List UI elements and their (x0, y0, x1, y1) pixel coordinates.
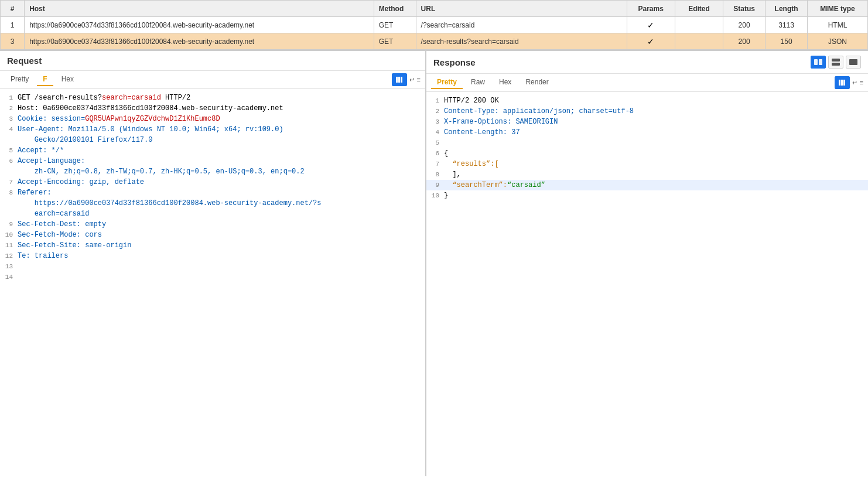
line-content: Host: 0a6900ce0374d33f81366cd100f20084.w… (18, 103, 425, 114)
request-line: 8Referer: https://0a6900ce0374d33f81366c… (0, 187, 425, 219)
request-line: 13 (0, 261, 425, 272)
tab-response-pretty[interactable]: Pretty (431, 76, 463, 89)
request-line: 3Cookie: session=GQR5UAPwn1qyZGZVdchwD1Z… (0, 114, 425, 124)
line-content: Accept: */* (18, 145, 425, 156)
svg-rect-9 (841, 80, 843, 86)
table-cell-5 (675, 17, 723, 33)
request-toolbar: ↵ ≡ (392, 73, 421, 86)
send-icon-resp (838, 78, 846, 87)
request-line: 10Sec-Fetch-Mode: cors (0, 230, 425, 240)
line-number: 4 (426, 127, 444, 138)
line-number: 4 (0, 124, 18, 145)
response-send-button[interactable] (835, 76, 850, 89)
svg-rect-3 (814, 59, 818, 65)
line-number: 9 (426, 180, 444, 190)
response-tabs-bar: Pretty Raw Hex Render ↵ ≡ (426, 74, 868, 92)
col-header-method: Method (374, 1, 416, 17)
request-tabs-bar: Pretty F Hex ↵ ≡ (0, 71, 425, 89)
response-panel: Response (426, 51, 868, 476)
col-header-num: # (1, 1, 25, 17)
line-content: Sec-Fetch-Site: same-origin (18, 240, 425, 251)
svg-rect-10 (843, 80, 845, 86)
horizontal-view-icon (832, 59, 840, 66)
table-cell-4: ✓ (627, 17, 675, 33)
tab-request-pretty[interactable]: Pretty (5, 73, 35, 86)
request-line: 5Accept: */* (0, 145, 425, 156)
line-number: 1 (0, 93, 18, 103)
table-cell-8: HTML (808, 17, 868, 33)
svg-rect-6 (832, 63, 840, 66)
request-line: 2Host: 0a6900ce0374d33f81366cd100f20084.… (0, 103, 425, 114)
request-line: 7Accept-Encoding: gzip, deflate (0, 177, 425, 187)
col-header-host: Host (25, 1, 374, 17)
request-send-button[interactable] (392, 73, 407, 86)
table-cell-1: https://0a6900ce0374d33f81366cd100f20084… (25, 17, 374, 33)
table-cell-7: 3113 (766, 17, 808, 33)
response-panel-title: Response (433, 57, 476, 67)
response-line: 1HTTP/2 200 OK (426, 95, 868, 106)
response-line: 9 “searchTerm”:“carsaid” (426, 180, 868, 190)
response-line: 8 ], (426, 169, 868, 180)
line-content: Cookie: session=GQR5UAPwn1qyZGZVdchwD1Z1… (18, 114, 425, 124)
response-line: 4Content-Length: 37 (426, 127, 868, 138)
main-area: Request Pretty F Hex ↵ ≡ 1GET /search-re… (0, 50, 868, 476)
request-line: 14 (0, 272, 425, 282)
table-cell-8: JSON (808, 33, 868, 50)
line-number: 7 (426, 159, 444, 169)
response-view-horizontal[interactable] (828, 56, 843, 69)
line-number: 7 (0, 177, 18, 187)
request-panel: Request Pretty F Hex ↵ ≡ 1GET /search-re… (0, 51, 426, 476)
line-content: Accept-Encoding: gzip, deflate (18, 177, 425, 187)
line-number: 12 (0, 251, 18, 261)
tab-response-hex[interactable]: Hex (493, 76, 517, 89)
line-content (444, 138, 868, 148)
line-content: } (444, 190, 868, 201)
response-view-split[interactable] (811, 56, 826, 69)
http-table-container: # Host Method URL Params Edited Status L… (0, 0, 868, 50)
response-view-single[interactable] (846, 56, 861, 69)
tab-request-f[interactable]: F (37, 73, 53, 86)
line-number: 5 (0, 145, 18, 156)
line-number: 13 (0, 261, 18, 272)
line-content: Sec-Fetch-Dest: empty (18, 219, 425, 230)
response-line: 6{ (426, 148, 868, 159)
col-header-length: Length (766, 1, 808, 17)
table-cell-2: GET (374, 17, 416, 33)
table-cell-0: 1 (1, 17, 25, 33)
table-cell-5 (675, 33, 723, 50)
line-number: 3 (0, 114, 18, 124)
col-header-mime: MIME type (808, 1, 868, 17)
line-number: 8 (426, 169, 444, 180)
request-menu-icon[interactable]: ≡ (417, 76, 421, 83)
line-content: Content-Length: 37 (444, 127, 868, 138)
line-content: HTTP/2 200 OK (444, 95, 868, 106)
response-code-area[interactable]: 1HTTP/2 200 OK2Content-Type: application… (426, 92, 868, 476)
response-wrap-icon[interactable]: ↵ (852, 79, 857, 87)
tab-request-hex[interactable]: Hex (56, 73, 80, 86)
line-number: 3 (426, 117, 444, 127)
response-view-icons (811, 56, 861, 69)
line-number: 2 (0, 103, 18, 114)
svg-rect-0 (396, 77, 398, 83)
table-cell-6: 200 (723, 33, 766, 50)
svg-rect-2 (401, 77, 402, 83)
request-code-area[interactable]: 1GET /search-results?search=carsaid HTTP… (0, 89, 425, 476)
line-number: 9 (0, 219, 18, 230)
tab-response-render[interactable]: Render (520, 76, 554, 89)
response-line: 10} (426, 190, 868, 201)
table-cell-0: 3 (1, 33, 25, 50)
table-row[interactable]: 1https://0a6900ce0374d33f81366cd100f2008… (1, 17, 868, 33)
request-wrap-icon[interactable]: ↵ (409, 76, 415, 84)
table-row[interactable]: 3https://0a6900ce0374d33f81366cd100f2008… (1, 33, 868, 50)
request-line: 9Sec-Fetch-Dest: empty (0, 219, 425, 230)
line-content: GET /search-results?search=carsaid HTTP/… (18, 93, 425, 103)
response-line: 2Content-Type: application/json; charset… (426, 106, 868, 117)
col-header-url: URL (416, 1, 627, 17)
tab-response-raw[interactable]: Raw (465, 76, 491, 89)
response-menu-icon[interactable]: ≡ (860, 79, 863, 86)
request-line: 6Accept-Language: zh-CN, zh;q=0.8, zh-TW… (0, 156, 425, 177)
line-content: Sec-Fetch-Mode: cors (18, 230, 425, 240)
line-content: User-Agent: Mozilla/5.0 (Windows NT 10.0… (18, 124, 425, 145)
line-number: 8 (0, 187, 18, 219)
line-content: ], (444, 169, 868, 180)
